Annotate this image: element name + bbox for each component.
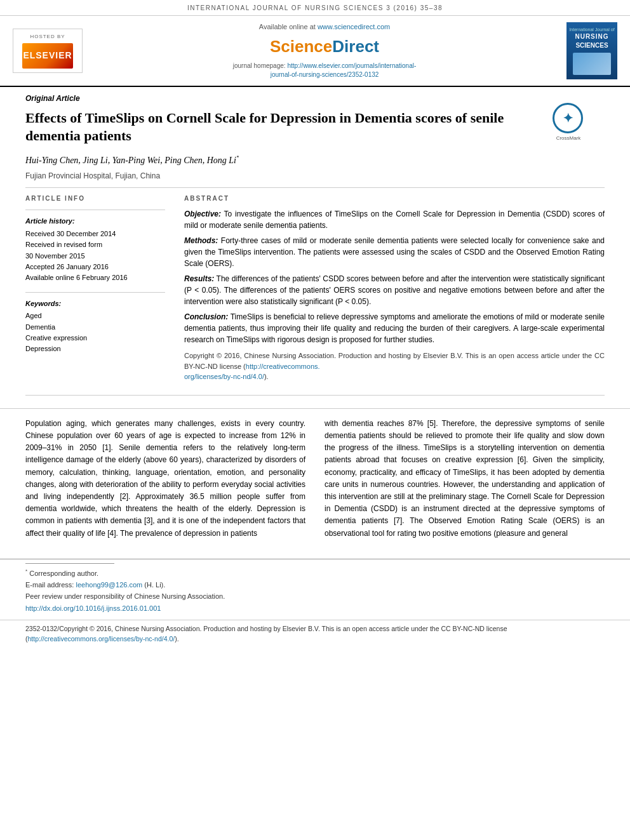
divider-keywords xyxy=(25,292,165,293)
available-online: Available online at www.sciencedirect.co… xyxy=(95,22,554,32)
email-label: E-mail address: xyxy=(25,581,74,589)
abstract-results: Results: The differences of the patients… xyxy=(184,273,605,307)
keyword-creative: Creative expression xyxy=(25,333,165,343)
keyword-aged: Aged xyxy=(25,311,165,321)
methods-label: Methods: xyxy=(184,236,218,245)
copyright-end: ). xyxy=(264,373,269,380)
email-link[interactable]: leehong99@126.com xyxy=(76,581,142,589)
divider-left xyxy=(25,210,165,210)
body-two-col: Population aging, which generates many c… xyxy=(25,418,605,540)
body-left-col: Population aging, which generates many c… xyxy=(25,418,305,540)
science-word: Science xyxy=(270,37,332,56)
journal-header-bar: INTERNATIONAL JOURNAL OF NURSING SCIENCE… xyxy=(0,0,630,15)
methods-text: Forty-three cases of mild or moderate se… xyxy=(184,236,605,268)
journal-citation: INTERNATIONAL JOURNAL OF NURSING SCIENCE… xyxy=(187,4,443,11)
star-mark: * xyxy=(25,568,27,574)
email-name: (H. Li). xyxy=(144,581,165,589)
hosted-by-label: HOSTED BY xyxy=(30,33,65,40)
author-list: Hui-Ying Chen, Jing Li, Yan-Ping Wei, Pi… xyxy=(25,156,239,165)
article-info-heading: ARTICLE INFO xyxy=(25,194,165,203)
received-date: Received 30 December 2014 xyxy=(25,229,165,239)
sciencedirect-logo: ScienceDirect xyxy=(95,35,554,58)
elsevier-brand: ELSEVIER xyxy=(22,43,73,69)
cover-sciences: SCIENCES xyxy=(575,41,608,50)
header-section: HOSTED BY ELSEVIER Available online at w… xyxy=(0,15,630,87)
results-text: The differences of the patients' CSDD sc… xyxy=(184,274,605,306)
affiliation: Fujian Provincial Hospital, Fujian, Chin… xyxy=(25,171,605,182)
corresponding-note: * Corresponding author. xyxy=(25,568,605,578)
body-section: Population aging, which generates many c… xyxy=(0,408,630,540)
article-type: Original Article xyxy=(25,93,605,104)
abstract-col: ABSTRACT Objective: To investigate the i… xyxy=(184,194,605,382)
two-col-section: ARTICLE INFO Article history: Received 3… xyxy=(25,194,605,382)
abstract-conclusion: Conclusion: TimeSlips is beneficial to r… xyxy=(184,311,605,345)
divider-1 xyxy=(25,187,605,188)
elsevier-logo: HOSTED BY ELSEVIER xyxy=(13,29,83,72)
history-title: Article history: xyxy=(25,217,165,226)
direct-word: Direct xyxy=(332,37,379,56)
abstract-methods: Methods: Forty-three cases of mild or mo… xyxy=(184,235,605,269)
bottom-license-end: ). xyxy=(175,635,178,643)
conclusion-text: TimeSlips is beneficial to relieve depre… xyxy=(184,312,605,344)
objective-label: Objective: xyxy=(184,210,221,218)
footnote-section: * Corresponding author. E-mail address: … xyxy=(0,559,630,613)
corresponding-label: Corresponding author. xyxy=(29,569,98,577)
doi-line: http://dx.doi.org/10.1016/j.ijnss.2016.0… xyxy=(25,604,605,613)
doi-link[interactable]: http://dx.doi.org/10.1016/j.ijnss.2016.0… xyxy=(25,604,161,612)
keyword-dementia: Dementia xyxy=(25,323,165,332)
elsevier-text: ELSEVIER xyxy=(23,50,72,62)
sciencedirect-url[interactable]: www.sciencedirect.com xyxy=(318,23,390,30)
footnote-divider xyxy=(25,563,114,564)
authors-line: Hui-Ying Chen, Jing Li, Yan-Ping Wei, Pi… xyxy=(25,154,605,167)
crossmark-label: CrossMark xyxy=(553,135,584,142)
journal-homepage-link[interactable]: http://www.elsevier.com/journals/interna… xyxy=(271,62,417,78)
crossmark-badge: ✦ CrossMark xyxy=(553,103,584,135)
received-revised-date: 30 November 2015 xyxy=(25,251,165,261)
header-center: Available online at www.sciencedirect.co… xyxy=(95,22,554,79)
cover-nursing: NURSING xyxy=(575,32,608,41)
keywords-title: Keywords: xyxy=(25,299,165,309)
journal-homepage: journal homepage: http://www.elsevier.co… xyxy=(95,62,554,79)
divider-body xyxy=(25,395,605,396)
email-line: E-mail address: leehong99@126.com (H. Li… xyxy=(25,580,605,590)
bottom-bar: 2352-0132/Copyright © 2016, Chinese Nurs… xyxy=(0,620,630,648)
objective-text: To investigate the influences of TimeSli… xyxy=(184,210,605,230)
available-label: Available online at xyxy=(259,23,316,30)
abstract-objective: Objective: To investigate the influences… xyxy=(184,208,605,231)
copyright-block: Copyright © 2016, Chinese Nursing Associ… xyxy=(184,350,605,382)
results-label: Results: xyxy=(184,274,214,283)
bottom-license-link[interactable]: http://creativecommons.org/licenses/by-n… xyxy=(28,635,175,643)
received-revised-label: Received in revised form xyxy=(25,240,165,250)
crossmark-icon: ✦ xyxy=(553,103,583,133)
main-content: Original Article Effects of TimeSlips on… xyxy=(0,87,630,389)
body-right-col: with dementia reaches 87% [5]. Therefore… xyxy=(325,418,605,540)
article-title: Effects of TimeSlips on Cornell Scale fo… xyxy=(25,109,546,145)
journal-homepage-label: journal homepage: xyxy=(233,62,286,69)
cover-image xyxy=(573,53,611,75)
available-date: Available online 6 February 2016 xyxy=(25,273,165,283)
peer-review-note: Peer review under responsibility of Chin… xyxy=(25,592,605,601)
article-info-col: ARTICLE INFO Article history: Received 3… xyxy=(25,194,165,382)
conclusion-label: Conclusion: xyxy=(184,312,228,321)
keyword-depression: Depression xyxy=(25,344,165,354)
journal-cover: International Journal of NURSING SCIENCE… xyxy=(566,22,617,79)
accepted-date: Accepted 26 January 2016 xyxy=(25,262,165,272)
cover-line1: International Journal of xyxy=(569,27,614,33)
abstract-heading: ABSTRACT xyxy=(184,194,605,203)
